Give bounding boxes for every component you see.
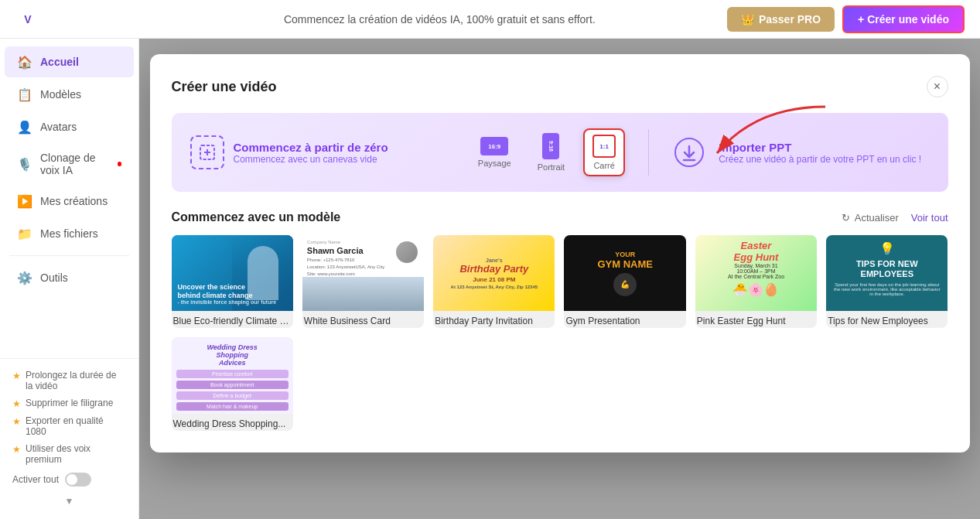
template-name-climate: Blue Eco-friendly Climate Presentation: [172, 311, 293, 328]
activer-tout-toggle[interactable]: [65, 473, 91, 487]
zero-text: Commencez à partir de zéro Commencez ave…: [234, 141, 388, 165]
tools-icon: ⚙️: [17, 270, 32, 285]
sidebar-item-accueil[interactable]: 🏠 Accueil: [5, 46, 134, 77]
template-thumb-bizcard: Company Name Shawn Garcia Phone: +125-47…: [302, 235, 424, 311]
divider: [648, 129, 649, 176]
crown-icon: 👑: [741, 13, 754, 26]
bizcard-photo: [396, 241, 418, 263]
sidebar-item-avatars[interactable]: 👤 Avatars: [5, 111, 134, 142]
header-actions: 👑 Passer PRO + Créer une vidéo: [727, 5, 965, 33]
template-wedding[interactable]: Wedding DressShoppingAdvices Prioritize …: [172, 337, 293, 430]
files-icon: 📁: [17, 226, 32, 241]
ratio-landscape-button[interactable]: 16:9 Paysage: [470, 132, 519, 172]
page-bg: Créer une vidéo ×: [139, 39, 980, 519]
new-badge: [118, 162, 121, 166]
template-thumb-gym: YOUR GYM NAME 💪: [564, 235, 685, 311]
template-name-wedding: Wedding Dress Shopping...: [172, 414, 293, 431]
sidebar-item-mes-fichiers[interactable]: 📁 Mes fichiers: [5, 218, 134, 249]
view-all-link[interactable]: Voir tout: [911, 212, 948, 224]
passer-pro-button[interactable]: 👑 Passer PRO: [727, 7, 835, 32]
template-birthday[interactable]: Jane's Birthday Party June 21 08 PM At 1…: [433, 235, 555, 328]
home-icon: 🏠: [17, 54, 32, 70]
template-grid: Uncover the sciencebehind climate change…: [172, 235, 948, 431]
promo-item-3: ★ Exporter en qualité 1080: [12, 412, 126, 440]
modal-title: Créer une vidéo: [172, 79, 277, 95]
square-icon: 1:1: [592, 135, 616, 158]
zero-title: Commencez à partir de zéro: [234, 141, 388, 154]
template-icon: 📋: [17, 87, 32, 102]
refresh-icon: ↻: [842, 212, 850, 224]
star-icon-4: ★: [12, 444, 21, 455]
sidebar-footer: ★ Prolongez la durée de la vidéo ★ Suppr…: [0, 358, 138, 519]
templates-title: Commencez avec un modèle: [172, 210, 341, 224]
start-from-zero[interactable]: Commencez à partir de zéro Commencez ave…: [190, 135, 447, 169]
avatar-icon: 👤: [17, 119, 32, 135]
sidebar-item-clonage[interactable]: 🎙️ Clonage de voix IA: [5, 144, 134, 184]
header: V Vidnoz AI GRATUIT Commencez la créatio…: [0, 0, 980, 39]
ppt-title: Importer PPT: [719, 141, 921, 154]
template-bizcard[interactable]: Company Name Shawn Garcia Phone: +125-47…: [302, 235, 424, 328]
import-ppt[interactable]: Importer PPT Créez une vidéo à partir de…: [672, 135, 929, 169]
template-climate[interactable]: Uncover the sciencebehind climate change…: [172, 235, 293, 328]
chevron-down-icon[interactable]: ▼: [12, 491, 126, 511]
zero-canvas-icon: [190, 135, 224, 169]
promo-item-2: ★ Supprimer le filigrane: [12, 394, 126, 412]
landscape-icon: 16:9: [480, 137, 508, 155]
star-icon-3: ★: [12, 416, 21, 427]
sidebar-item-modeles[interactable]: 📋 Modèles: [5, 79, 134, 110]
toggle-knob: [67, 474, 77, 485]
template-gym[interactable]: YOUR GYM NAME 💪 Gym Presentation: [564, 235, 685, 328]
template-name-easter: Pink Easter Egg Hunt: [695, 311, 817, 328]
modal-overlay: Créer une vidéo ×: [139, 39, 980, 519]
templates-section-header: Commencez avec un modèle ↻ Actualiser Vo…: [172, 210, 948, 224]
ppt-subtitle: Créez une vidéo à partir de votre PPT en…: [719, 154, 921, 165]
star-icon: ★: [12, 370, 21, 381]
ratio-portrait-button[interactable]: 9:16 Portrait: [530, 128, 572, 176]
start-options-panel: Commencez à partir de zéro Commencez ave…: [172, 113, 948, 192]
template-thumb-tips: 💡 TIPS FOR NEWEMPLOYEES Spend your first…: [826, 235, 948, 311]
sidebar-item-mes-creations[interactable]: ▶️ Mes créations: [5, 186, 134, 217]
gratuit-badge: GRATUIT: [111, 14, 152, 25]
template-thumb-climate: Uncover the sciencebehind climate change…: [172, 235, 293, 311]
template-name-birthday: Birthday Party Invitation: [433, 311, 555, 328]
logo-icon: V: [15, 7, 40, 32]
section-actions: ↻ Actualiser Voir tout: [842, 212, 948, 224]
modal: Créer une vidéo ×: [150, 54, 970, 452]
header-tagline: Commencez la création de vidéos IA, 100%…: [284, 13, 596, 26]
creations-icon: ▶️: [17, 193, 32, 209]
portrait-icon: 9:16: [542, 133, 559, 159]
bizcard-house-bg: [302, 277, 424, 311]
template-name-gym: Gym Presentation: [564, 311, 685, 328]
modal-close-button[interactable]: ×: [927, 76, 948, 97]
template-tips[interactable]: 💡 TIPS FOR NEWEMPLOYEES Spend your first…: [826, 235, 948, 328]
promo-item-1: ★ Prolongez la durée de la vidéo: [12, 367, 126, 394]
logo-area: V Vidnoz AI GRATUIT: [15, 7, 152, 32]
template-name-tips: Tips for New Employees: [826, 311, 948, 328]
ppt-text: Importer PPT Créez une vidéo à partir de…: [719, 141, 921, 165]
promo-item-4: ★ Utiliser des voix premium: [12, 440, 126, 468]
creer-video-button[interactable]: + Créer une vidéo: [842, 5, 965, 33]
zero-subtitle: Commencez avec un canevas vide: [234, 154, 388, 165]
template-name-bizcard: White Business Card: [302, 311, 424, 328]
ratio-square-button[interactable]: 1:1 Carré: [583, 128, 625, 176]
activer-tout-row: Activer tout: [12, 468, 126, 491]
template-thumb-birthday: Jane's Birthday Party June 21 08 PM At 1…: [433, 235, 555, 311]
refresh-button[interactable]: ↻ Actualiser: [842, 212, 899, 224]
logo-text: Vidnoz AI: [48, 12, 104, 26]
modal-header: Créer une vidéo ×: [172, 76, 948, 97]
template-easter[interactable]: EasterEgg Hunt Sunday, March 3110:00AM –…: [695, 235, 817, 328]
template-thumb-easter: EasterEgg Hunt Sunday, March 3110:00AM –…: [695, 235, 817, 311]
sidebar-nav: 🏠 Accueil 📋 Modèles 👤 Avatars 🎙️ Clonage…: [0, 39, 138, 358]
ppt-download-icon: [672, 135, 706, 169]
ratio-options: 16:9 Paysage 9:16 Portrait: [470, 128, 625, 176]
template-thumb-wedding: Wedding DressShoppingAdvices Prioritize …: [172, 337, 293, 413]
star-icon-2: ★: [12, 398, 21, 409]
voice-icon: 🎙️: [17, 156, 32, 172]
sidebar-item-outils[interactable]: ⚙️ Outils: [5, 262, 134, 293]
sidebar: 🏠 Accueil 📋 Modèles 👤 Avatars 🎙️ Clonage…: [0, 39, 139, 519]
